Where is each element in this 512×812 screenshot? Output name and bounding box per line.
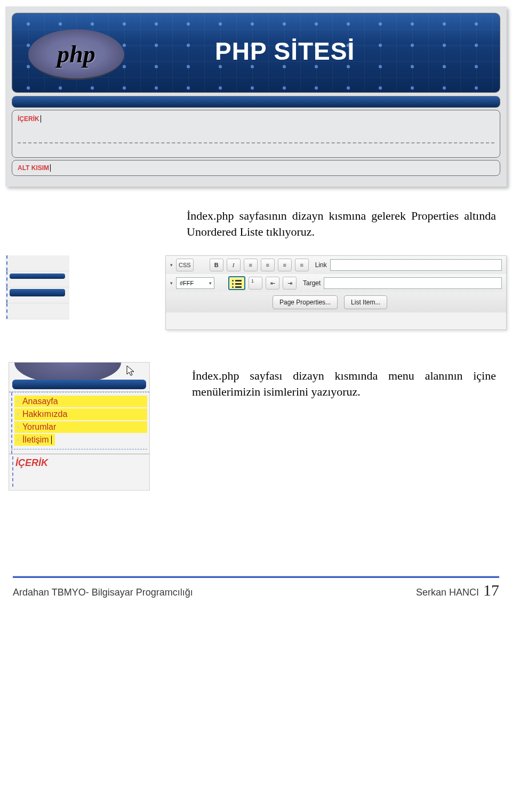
menu-area: •Anasayfa •Hakkımızda •Yorumlar •İletişi… xyxy=(9,392,149,454)
icerik-label: İÇERİK xyxy=(18,115,41,123)
color-select[interactable]: #FFF xyxy=(176,277,214,289)
content-box: İÇERİK xyxy=(12,110,500,158)
toolbar-row-2: ▾ #FFF ⇤ ⇥ Target xyxy=(166,274,506,292)
cursor-icon xyxy=(126,365,135,376)
target-input[interactable] xyxy=(324,277,502,289)
align-left-icon[interactable]: ≡ xyxy=(244,259,258,271)
php-site-mockup: php PHP SİTESİ İÇERİK ALT KISIM xyxy=(5,6,507,187)
slice-row xyxy=(5,271,69,287)
outdent-button[interactable]: ⇤ xyxy=(266,277,279,290)
unordered-list-button[interactable] xyxy=(228,276,245,290)
indent-button[interactable]: ⇥ xyxy=(283,277,297,290)
instruction-para-2: İndex.php sayfası dizayn kısmında menu a… xyxy=(192,368,496,399)
chevron-down-icon[interactable]: ▾ xyxy=(170,280,173,286)
php-logo: php xyxy=(28,29,124,80)
properties-panel: ▾ CSS B I ≡ ≡ ≡ ≡ Link ▾ #FFF ⇤ ⇥ Target… xyxy=(165,255,507,330)
chevron-down-icon[interactable]: ▾ xyxy=(170,262,173,268)
slice-row xyxy=(5,255,69,271)
ordered-list-button[interactable] xyxy=(249,277,262,290)
slice-row xyxy=(5,303,69,319)
toolbar-row-3: Page Properties... List Item... xyxy=(166,292,506,312)
italic-button[interactable]: I xyxy=(227,259,241,271)
toolbar-row-1: ▾ CSS B I ≡ ≡ ≡ ≡ Link xyxy=(166,256,506,274)
footer-author: Serkan HANCI xyxy=(416,587,479,598)
banner-title: PHP SİTESİ xyxy=(215,37,355,66)
design-slice xyxy=(5,255,69,319)
page-footer: Ardahan TBMYO- Bilgisayar Programcılığı … xyxy=(0,576,512,612)
menu-item-anasayfa[interactable]: •Anasayfa xyxy=(14,396,147,407)
content-area: İÇERİK xyxy=(9,454,149,490)
footer-rule xyxy=(13,576,499,578)
banner-slice xyxy=(9,363,149,392)
text-cursor xyxy=(51,436,52,444)
banner: php PHP SİTESİ xyxy=(12,13,500,93)
align-justify-icon[interactable]: ≡ xyxy=(295,259,309,271)
instruction-para-1: İndex.php sayfasının dizayn kısmına gele… xyxy=(187,208,496,239)
alt-kisim-label: ALT KISIM xyxy=(18,164,51,172)
footer-left: Ardahan TBMYO- Bilgisayar Programcılığı xyxy=(13,587,193,598)
dashed-separator xyxy=(18,142,494,143)
menu-item-hakkimizda[interactable]: •Hakkımızda xyxy=(14,408,147,420)
icerik-label: İÇERİK xyxy=(15,457,48,468)
css-button[interactable]: CSS xyxy=(176,259,194,271)
link-label: Link xyxy=(315,261,327,269)
target-label: Target xyxy=(303,279,321,287)
page-number: 17 xyxy=(483,581,499,599)
menu-item-yorumlar[interactable]: •Yorumlar xyxy=(14,421,147,433)
footer-box: ALT KISIM xyxy=(12,160,500,176)
align-right-icon[interactable]: ≡ xyxy=(278,259,292,271)
menu-design-screenshot: •Anasayfa •Hakkımızda •Yorumlar •İletişi… xyxy=(9,362,150,491)
page-properties-button[interactable]: Page Properties... xyxy=(273,295,338,309)
slice-row xyxy=(5,287,69,303)
align-center-icon[interactable]: ≡ xyxy=(261,259,275,271)
link-input[interactable] xyxy=(330,259,502,271)
bold-button[interactable]: B xyxy=(210,259,223,271)
menu-item-iletisim[interactable]: •İletişim xyxy=(14,434,55,446)
list-item-button[interactable]: List Item... xyxy=(344,295,387,309)
menu-bar xyxy=(12,96,500,108)
